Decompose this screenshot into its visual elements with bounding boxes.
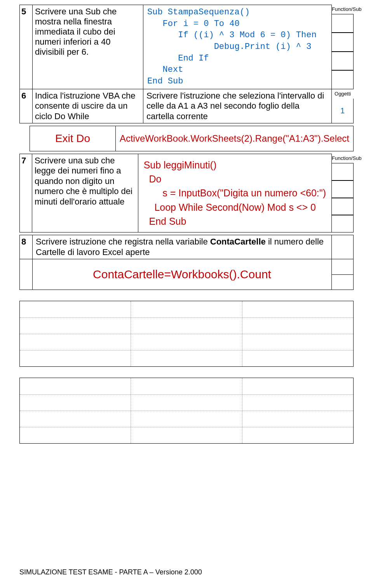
row-exit-right: ActiveWorkBook.WorkSheets(2).Range("A1:A… xyxy=(116,126,354,151)
table-row xyxy=(20,427,353,443)
table-cell xyxy=(242,411,353,427)
table-cell xyxy=(20,318,131,334)
table-cell xyxy=(131,318,242,334)
table-cell xyxy=(20,378,131,394)
row-8-side xyxy=(332,235,354,259)
table-cell xyxy=(131,378,242,394)
table-row xyxy=(20,411,353,427)
row-exit: Exit Do ActiveWorkBook.WorkSheets(2).Ran… xyxy=(19,126,354,151)
row-7-side-box-1 xyxy=(332,163,354,180)
row-6-number: 6 xyxy=(19,89,33,123)
table-row xyxy=(20,394,353,411)
row-7-side-box-3 xyxy=(332,198,354,215)
table-cell xyxy=(242,334,353,350)
row-8-q-pre: Scrivere istruzione che registra nella v… xyxy=(36,237,210,246)
row-6-side: Oggetti 1 xyxy=(332,89,354,123)
row-5-number: 5 xyxy=(19,5,33,89)
table-row xyxy=(20,350,353,366)
row-8-question: Scrivere istruzione che registra nella v… xyxy=(33,235,332,259)
table-cell xyxy=(131,427,242,443)
table-cell xyxy=(242,395,353,411)
row-8-number: 8 xyxy=(19,235,33,259)
table-row xyxy=(20,378,353,394)
page: 5 Scrivere una Sub che mostra nella fine… xyxy=(0,0,373,444)
table-cell xyxy=(20,411,131,427)
row-exit-spacer xyxy=(19,126,30,151)
table-cell xyxy=(131,334,242,350)
row-5-side-box-2 xyxy=(332,33,354,51)
table-cell xyxy=(131,350,242,366)
table-cell xyxy=(242,301,353,317)
row-8-answer-row: ContaCartelle=Workbooks().Count xyxy=(19,259,354,290)
label-function-sub: Function/Sub xyxy=(332,5,354,14)
table-cell xyxy=(20,427,131,443)
empty-table-2 xyxy=(19,378,354,444)
row-8-side-box xyxy=(332,235,354,259)
table-cell xyxy=(20,301,131,317)
row-8-q-bold: ContaCartelle xyxy=(210,237,266,246)
row-8b-side xyxy=(332,259,354,290)
row-6-answer: Scrivere l'istruzione che seleziona l'in… xyxy=(143,89,332,123)
row-7-number: 7 xyxy=(19,154,32,232)
table-cell xyxy=(242,350,353,366)
row-5-question: Scrivere una Sub che mostra nella finest… xyxy=(33,5,143,89)
row-6-side-value: 1 xyxy=(332,99,354,123)
row-6-question: Indica l'istruzione VBA che consente di … xyxy=(33,89,143,123)
row-5: 5 Scrivere una Sub che mostra nella fine… xyxy=(19,5,354,89)
row-5-side-box-4 xyxy=(332,70,354,89)
row-8: 8 Scrivere istruzione che registra nella… xyxy=(19,235,354,259)
table-cell xyxy=(20,350,131,366)
table-row xyxy=(20,334,353,350)
row-5-side: Function/Sub xyxy=(332,5,354,89)
label-oggetti: Oggetti xyxy=(332,89,354,99)
row-5-side-box-3 xyxy=(332,52,354,70)
table-cell xyxy=(242,318,353,334)
table-cell xyxy=(131,301,242,317)
table-cell xyxy=(131,395,242,411)
table-cell xyxy=(131,411,242,427)
label-function-sub-2: Function/Sub xyxy=(332,154,354,163)
row-8-answer: ContaCartelle=Workbooks().Count xyxy=(33,259,332,290)
row-6: 6 Indica l'istruzione VBA che consente d… xyxy=(19,89,354,123)
table-cell xyxy=(242,378,353,394)
row-7-side-box-4 xyxy=(332,215,354,232)
row-5-code: Sub StampaSequenza() For i = 0 To 40 If … xyxy=(143,5,332,89)
table-cell xyxy=(242,427,353,443)
row-7-side-box-2 xyxy=(332,180,354,198)
empty-table-1 xyxy=(19,301,354,367)
row-7-code: Sub leggiMinuti() Do s = InputBox("Digit… xyxy=(138,154,332,232)
table-row xyxy=(20,301,353,317)
row-8b-spacer xyxy=(19,259,33,290)
table-row xyxy=(20,317,353,334)
row-7-question: Scrivere una sub che legge dei numeri fi… xyxy=(32,154,138,232)
table-cell xyxy=(20,334,131,350)
row-8b-side-box-2 xyxy=(332,275,354,290)
footer: SIMULAZIONE TEST ESAME - PARTE A – Versi… xyxy=(19,568,202,576)
row-7-side: Function/Sub xyxy=(332,154,354,232)
row-8b-side-box-1 xyxy=(332,259,354,275)
row-5-side-box-1 xyxy=(332,14,354,33)
row-exit-left: Exit Do xyxy=(30,126,116,151)
row-7: 7 Scrivere una sub che legge dei numeri … xyxy=(19,154,354,232)
table-cell xyxy=(20,395,131,411)
